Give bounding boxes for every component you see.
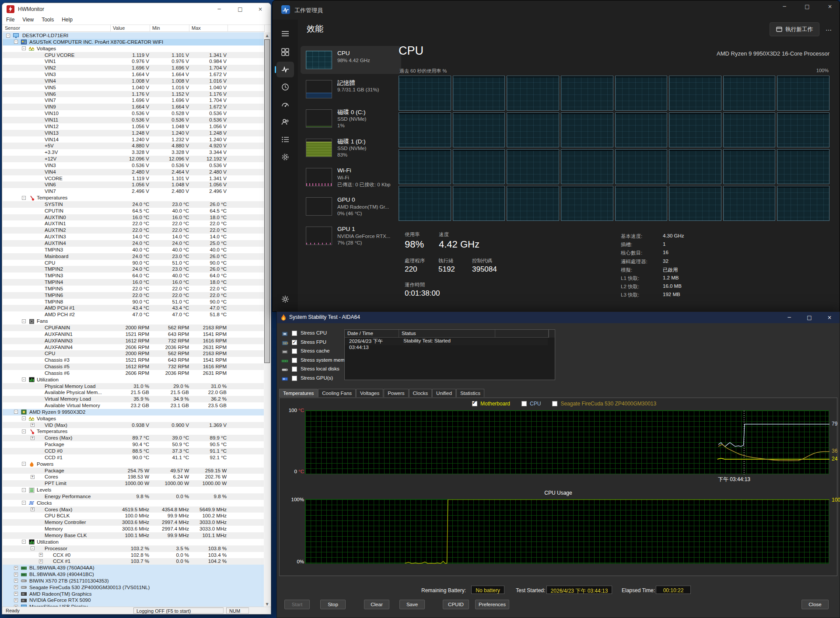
- sensor-row[interactable]: VIN61.176 V1.152 V1.176 V: [3, 91, 264, 98]
- sensor-row[interactable]: VIN110.536 V0.536 V0.536 V: [3, 117, 264, 123]
- sensor-row[interactable]: VIN71.696 V1.696 V1.704 V: [3, 97, 264, 104]
- sensor-row[interactable]: AUXTIN424.0 °C24.0 °C25.0 °C: [3, 240, 264, 247]
- perf-list-item-disk0[interactable]: 磁碟 0 (C:)SSD (NVMe)1%: [301, 105, 401, 133]
- sensor-row[interactable]: VIN21.696 V1.696 V1.704 V: [3, 65, 264, 71]
- sensor-row[interactable]: +CCX #1103.7 %0.0 %104.2 %: [3, 558, 264, 565]
- menu-file[interactable]: File: [2, 15, 18, 24]
- log-col-status[interactable]: Status: [399, 330, 495, 338]
- sensor-group-row[interactable]: -Powers: [3, 461, 264, 468]
- performance-icon[interactable]: [276, 62, 294, 77]
- expander-icon[interactable]: +: [39, 559, 43, 563]
- checkbox-unchecked[interactable]: [292, 331, 297, 336]
- sensor-row[interactable]: AUXTIN314.0 °C14.0 °C14.0 °C: [3, 234, 264, 240]
- menu-view[interactable]: View: [18, 15, 38, 24]
- expander-icon[interactable]: +: [14, 592, 18, 596]
- sensor-row[interactable]: Virtual Memory Load35.9 %34.9 %36.2 %: [3, 396, 264, 402]
- expander-icon[interactable]: +: [14, 573, 18, 576]
- sensor-row[interactable]: VIN100.536 V0.528 V0.536 V: [3, 110, 264, 117]
- sensor-row[interactable]: TMPIN224.0 °C23.0 °C26.0 °C: [3, 266, 264, 272]
- device-row[interactable]: +BIWIN X570 2TB (2517101304353): [3, 578, 264, 584]
- expander-icon[interactable]: -: [31, 546, 35, 550]
- column-header-sensor[interactable]: Sensor: [3, 25, 111, 32]
- services-icon[interactable]: [276, 149, 294, 165]
- start-button[interactable]: Start: [284, 600, 310, 609]
- close-button[interactable]: ×: [819, 312, 840, 323]
- sensor-row[interactable]: +Cores (Max)89.7 °C39.0 °C89.9 °C: [3, 435, 264, 441]
- sensor-row[interactable]: CPUFANIN2000 RPM562 RPM2163 RPM: [3, 325, 264, 331]
- sensor-row[interactable]: Memory Controller3003.6 MHz2997.4 MHz303…: [3, 519, 264, 526]
- column-header-min[interactable]: Min: [150, 25, 189, 32]
- expander-icon[interactable]: +: [31, 507, 35, 511]
- sensor-group-row[interactable]: -Utilization: [3, 377, 264, 383]
- preferences-button[interactable]: Preferences: [475, 600, 509, 609]
- expander-icon[interactable]: -: [22, 377, 26, 381]
- stop-button[interactable]: Stop: [320, 600, 346, 609]
- maximize-button[interactable]: □: [231, 3, 250, 15]
- aida64-titlebar[interactable]: System Stability Test - AIDA64 ─ □ ×: [277, 312, 840, 323]
- startup-icon[interactable]: [276, 97, 294, 112]
- expander-icon[interactable]: +: [31, 436, 35, 440]
- sensor-row[interactable]: VIN51.040 V1.016 V1.040 V: [3, 84, 264, 91]
- menu-tools[interactable]: Tools: [38, 15, 58, 24]
- expander-icon[interactable]: +: [31, 423, 35, 427]
- sensor-row[interactable]: Available Virtual Memory23.2 GB23.1 GB23…: [3, 402, 264, 409]
- expander-icon[interactable]: -: [22, 196, 26, 200]
- sensor-row[interactable]: VIN42.480 V2.464 V2.480 V: [3, 169, 264, 175]
- expander-icon[interactable]: +: [14, 598, 18, 602]
- sensor-row[interactable]: VIN10.976 V0.976 V0.984 V: [3, 58, 264, 65]
- close-button[interactable]: ×: [820, 0, 840, 13]
- tab-unified[interactable]: Unified: [432, 389, 456, 397]
- tab-powers[interactable]: Powers: [384, 389, 408, 397]
- sensor-row[interactable]: -Processor103.2 %3.5 %103.8 %: [3, 545, 264, 552]
- legend-checkbox[interactable]: [522, 401, 527, 406]
- perf-list-item-disk1[interactable]: 磁碟 1 (D:)SSD (NVMe)83%: [301, 134, 401, 162]
- perf-list-item-cpu[interactable]: CPU98% 4.42 GHz: [301, 46, 401, 74]
- checkbox-unchecked[interactable]: [292, 367, 297, 372]
- sensor-row[interactable]: VIN30.536 V0.536 V0.536 V: [3, 162, 264, 169]
- expander-icon[interactable]: -: [22, 416, 26, 420]
- sensor-row[interactable]: VIN141.240 V1.232 V1.240 V: [3, 136, 264, 143]
- sensor-row[interactable]: +CCX #0102.8 %0.0 %103.4 %: [3, 552, 264, 559]
- sensor-row[interactable]: +5V4.880 V4.880 V4.920 V: [3, 143, 264, 149]
- sensor-row[interactable]: TMPIN416.0 °C16.0 °C18.0 °C: [3, 279, 264, 286]
- details-icon[interactable]: [276, 132, 294, 147]
- sensor-group-row[interactable]: -Utilization: [3, 539, 264, 545]
- expander-icon[interactable]: -: [22, 488, 26, 492]
- sensor-row[interactable]: TMPIN890.0 °C51.0 °C90.0 °C: [3, 299, 264, 305]
- close-button[interactable]: ×: [251, 3, 270, 15]
- expander-icon[interactable]: +: [14, 585, 18, 589]
- sensor-row[interactable]: +Cores (Max)4519.5 MHz4354.8 MHz5649.9 M…: [3, 506, 264, 513]
- sensor-row[interactable]: CCD #190.0 °C41.1 °C92.1 °C: [3, 454, 264, 461]
- close-test-button[interactable]: Close: [802, 600, 829, 609]
- sensor-row[interactable]: TMPIN622.0 °C22.0 °C22.0 °C: [3, 292, 264, 299]
- sensor-row[interactable]: TMPIN364.0 °C40.0 °C64.0 °C: [3, 272, 264, 279]
- perf-list-item-gpu1[interactable]: GPU 1NVIDIA GeForce RTX...7% (28 °C): [301, 222, 401, 250]
- expander-icon[interactable]: -: [22, 540, 26, 544]
- processes-icon[interactable]: [276, 44, 294, 60]
- scroll-up-icon[interactable]: ▲: [264, 32, 270, 39]
- maximize-button[interactable]: □: [799, 312, 819, 323]
- expander-icon[interactable]: +: [39, 553, 43, 557]
- sensor-group-row[interactable]: -Voltages: [3, 45, 264, 52]
- tab-clocks[interactable]: Clocks: [409, 389, 432, 397]
- taskmgr-titlebar[interactable]: 工作管理員 ─ □ ×: [273, 0, 840, 20]
- tab-voltages[interactable]: Voltages: [356, 389, 383, 397]
- save-button[interactable]: Save: [399, 600, 425, 609]
- sensor-row[interactable]: VIN61.056 V1.048 V1.056 V: [3, 182, 264, 188]
- maximize-button[interactable]: □: [798, 0, 817, 13]
- sensor-row[interactable]: AUXFANIN31612 RPM732 RPM1616 RPM: [3, 338, 264, 344]
- expander-icon[interactable]: +: [14, 579, 18, 583]
- legend-checkbox[interactable]: [552, 401, 557, 406]
- device-row[interactable]: -DESKTOP-LD71ERI: [3, 32, 264, 39]
- sensor-row[interactable]: VIN121.056 V1.048 V1.056 V: [3, 123, 264, 130]
- sensor-row[interactable]: Chassis #51612 RPM732 RPM1616 RPM: [3, 363, 264, 370]
- sensor-row[interactable]: CPU VCORE1.119 V1.101 V1.341 V: [3, 52, 264, 59]
- expander-icon[interactable]: -: [22, 462, 26, 466]
- sensor-row[interactable]: Package254.75 W49.57 W259.15 W: [3, 468, 264, 474]
- more-options-button[interactable]: …: [823, 25, 834, 35]
- sensor-row[interactable]: AUXFANIN11521 RPM643 RPM1541 RPM: [3, 331, 264, 338]
- scrollbar-thumb[interactable]: [264, 39, 270, 363]
- column-header-max[interactable]: Max: [189, 25, 228, 32]
- device-row[interactable]: -AMD Ryzen 9 9950X3D2: [3, 409, 264, 415]
- device-row[interactable]: +NVIDIA GeForce RTX 5090: [3, 597, 264, 604]
